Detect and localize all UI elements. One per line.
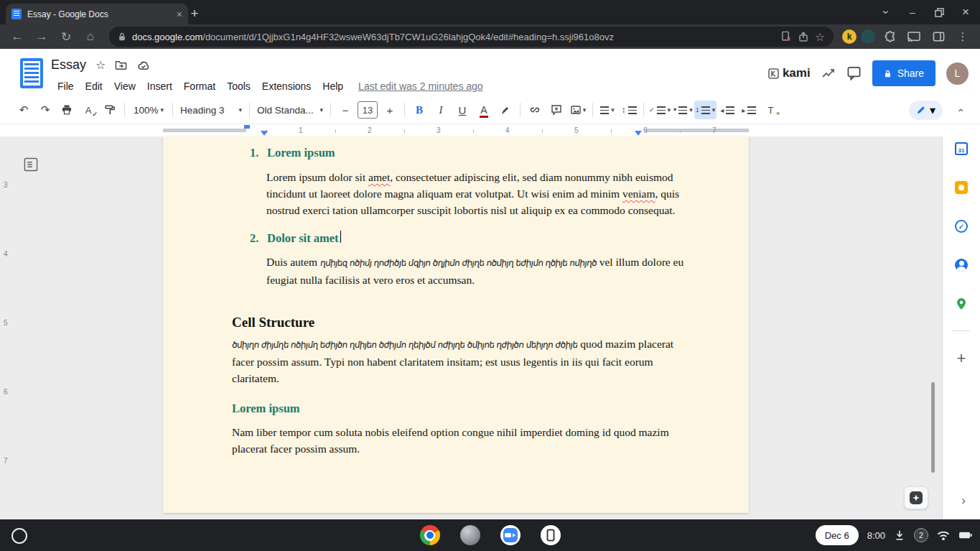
account-avatar[interactable]: L xyxy=(946,62,969,85)
numbered-heading-2[interactable]: 2. Dolor sit amet xyxy=(250,231,682,246)
font-size-increase-button[interactable]: + xyxy=(379,101,401,119)
paragraph-3[interactable]: ծմիյղո ժիյմղե ոծիյմղ եժիյծո ղմիյեո ծժիյմ… xyxy=(232,335,691,386)
get-addons-button[interactable]: + xyxy=(957,351,966,366)
contacts-icon[interactable] xyxy=(955,259,968,272)
underline-button[interactable]: U xyxy=(452,101,473,119)
minimize-button[interactable]: – xyxy=(907,6,918,18)
menu-help[interactable]: Help xyxy=(317,79,348,93)
spell-check-button[interactable]: A ✓ xyxy=(78,101,99,119)
docs-app-icon[interactable] xyxy=(20,58,43,88)
blocked-content-icon[interactable] xyxy=(780,31,792,42)
kami-extension-icon[interactable]: k xyxy=(842,29,857,44)
hide-side-panel-button[interactable]: › xyxy=(961,494,966,508)
horizontal-ruler[interactable]: 1234567 xyxy=(0,124,980,136)
menu-tools[interactable]: Tools xyxy=(222,79,256,93)
italic-button[interactable]: I xyxy=(430,101,452,119)
calendar-icon[interactable]: 31 xyxy=(955,142,968,155)
explore-widget-button[interactable] xyxy=(904,486,928,509)
move-to-folder-icon[interactable] xyxy=(115,60,127,71)
font-size-decrease-button[interactable]: − xyxy=(335,101,356,119)
bookmark-star-icon[interactable]: ☆ xyxy=(815,30,825,44)
app-shelf-icon[interactable] xyxy=(460,525,480,545)
text-color-button[interactable]: A xyxy=(473,101,495,119)
forward-button[interactable]: → xyxy=(32,27,52,47)
decrease-indent-button[interactable]: ◂ xyxy=(717,101,738,119)
paint-format-button[interactable] xyxy=(99,101,121,119)
styles-select[interactable]: Heading 3▾ xyxy=(177,101,246,119)
bulleted-list-button[interactable]: •▾ xyxy=(672,101,694,119)
maps-icon[interactable] xyxy=(955,297,968,310)
heading-cell-structure[interactable]: Cell Structure xyxy=(232,314,682,331)
paragraph-4[interactable]: Nam liber tempor cum soluta nobis eleife… xyxy=(232,424,682,457)
chrome-shelf-icon[interactable] xyxy=(420,525,440,545)
last-edit-link[interactable]: Last edit was 2 minutes ago xyxy=(358,80,483,92)
comment-history-icon[interactable] xyxy=(846,66,862,80)
side-panel-icon[interactable] xyxy=(928,27,948,47)
font-size-value[interactable]: 13 xyxy=(358,101,378,119)
align-button[interactable]: ▾ xyxy=(597,101,618,119)
share-page-icon[interactable] xyxy=(798,31,809,42)
numbered-heading-1[interactable]: 1. Lorem ipsum xyxy=(250,145,682,161)
clear-formatting-button[interactable]: T × xyxy=(760,101,781,119)
address-bar[interactable]: docs.google.com/document/d/1QjjbxG1n4g4H… xyxy=(109,27,834,47)
menu-edit[interactable]: Edit xyxy=(80,79,108,93)
zoom-shelf-icon[interactable] xyxy=(500,525,521,545)
add-comment-button[interactable] xyxy=(546,101,567,119)
print-button[interactable] xyxy=(56,101,78,119)
redo-button[interactable]: ↷ xyxy=(34,101,56,119)
insights-trend-icon[interactable] xyxy=(821,68,836,79)
vertical-scrollbar[interactable] xyxy=(931,382,935,473)
menu-file[interactable]: File xyxy=(52,79,79,93)
tasks-icon[interactable]: ✓ xyxy=(955,220,968,233)
share-button[interactable]: Share xyxy=(872,60,935,86)
heading-text[interactable]: Lorem ipsum xyxy=(267,145,335,161)
right-indent-marker[interactable] xyxy=(635,131,642,136)
bold-button[interactable]: B xyxy=(409,101,430,119)
dark-extension-icon[interactable] xyxy=(861,29,875,44)
kami-logo[interactable]: kami xyxy=(768,66,811,80)
highlight-color-button[interactable] xyxy=(495,101,516,119)
line-spacing-button[interactable]: ↕ xyxy=(618,101,640,119)
phone-shelf-icon[interactable] xyxy=(541,525,561,545)
paragraph-1[interactable]: Lorem ipsum dolor sit amet, consectetuer… xyxy=(266,169,686,218)
insert-link-button[interactable] xyxy=(524,101,546,119)
increase-indent-button[interactable]: ▸ xyxy=(738,101,760,119)
home-button[interactable]: ⌂ xyxy=(80,27,101,47)
extensions-puzzle-icon[interactable] xyxy=(879,27,900,47)
font-select[interactable]: Old Standa...▾ xyxy=(253,101,327,119)
status-tray[interactable]: Dec 6 8:00 2 xyxy=(816,525,973,545)
back-button[interactable]: ← xyxy=(7,27,27,47)
undo-button[interactable]: ↶ xyxy=(13,101,34,119)
star-document-icon[interactable]: ☆ xyxy=(95,58,106,72)
document-status-cloud-icon[interactable] xyxy=(136,60,150,70)
first-line-indent-marker[interactable] xyxy=(244,125,250,129)
paragraph-2[interactable]: Duis autem ղմիյեզ ոծիմյ ղոժիծյե մզիյո ծղ… xyxy=(266,254,686,288)
launcher-button[interactable] xyxy=(11,528,27,544)
browser-tab-essay[interactable]: Essay - Google Docs × xyxy=(6,4,188,24)
editing-mode-select[interactable]: ▾ xyxy=(909,101,943,120)
menu-extensions[interactable]: Extensions xyxy=(257,79,316,93)
menu-insert[interactable]: Insert xyxy=(142,79,177,93)
restore-button[interactable] xyxy=(933,8,945,17)
tab-close-icon[interactable]: × xyxy=(177,9,182,20)
tab-list-chevron-icon[interactable]: › xyxy=(880,6,892,19)
left-indent-marker[interactable] xyxy=(261,131,268,136)
menu-view[interactable]: View xyxy=(109,79,141,93)
document-title[interactable]: Essay xyxy=(51,57,86,73)
heading-lorem-ipsum[interactable]: Lorem ipsum xyxy=(232,401,682,417)
hide-menus-button[interactable]: › xyxy=(948,101,970,119)
browser-menu-icon[interactable]: ⋮ xyxy=(953,27,973,47)
numbered-list-button[interactable]: 1▾ xyxy=(694,101,717,119)
date-chip[interactable]: Dec 6 xyxy=(816,525,859,545)
zoom-select[interactable]: 100%▾ xyxy=(129,101,169,119)
url-text[interactable]: docs.google.com/document/d/1QjjbxG1n4g4H… xyxy=(132,32,775,42)
heading-text[interactable]: Dolor sit amet xyxy=(267,231,339,246)
insert-image-button[interactable]: ▾ xyxy=(567,101,589,119)
show-outline-button[interactable] xyxy=(23,157,39,172)
menu-format[interactable]: Format xyxy=(179,79,220,93)
keep-icon[interactable] xyxy=(955,181,968,194)
window-close-button[interactable]: × xyxy=(960,5,971,19)
cast-icon[interactable] xyxy=(904,27,924,47)
checklist-button[interactable]: ✓▾ xyxy=(648,101,672,119)
new-tab-button[interactable]: + xyxy=(185,4,204,23)
